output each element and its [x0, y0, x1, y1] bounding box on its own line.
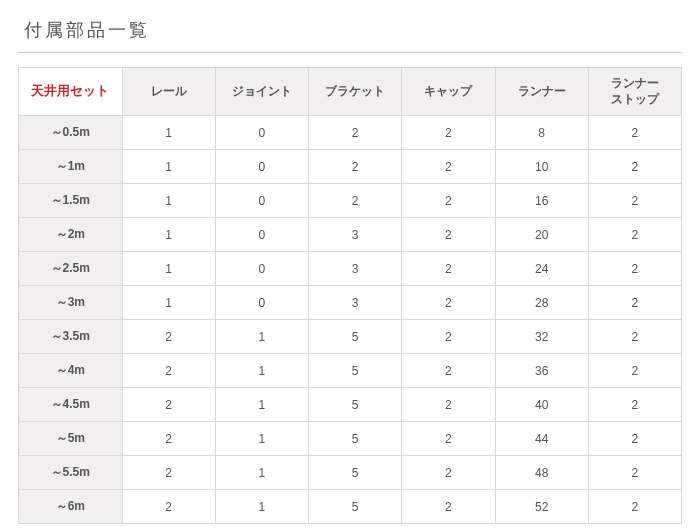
page-title: 付属部品一覧: [18, 18, 682, 52]
table-cell: 2: [122, 490, 215, 524]
col-header: ジョイント: [215, 68, 308, 116]
table-cell: 2: [402, 320, 495, 354]
table-cell: 1: [122, 218, 215, 252]
table-cell: 2: [402, 286, 495, 320]
row-header: ～6m: [19, 490, 123, 524]
table-row: ～2.5m1032242: [19, 252, 682, 286]
table-cell: 2: [402, 150, 495, 184]
table-row: ～4m2152362: [19, 354, 682, 388]
row-header: ～5.5m: [19, 456, 123, 490]
table-cell: 2: [122, 388, 215, 422]
table-cell: 2: [588, 354, 681, 388]
table-cell: 3: [309, 218, 402, 252]
table-cell: 32: [495, 320, 588, 354]
col-header: キャップ: [402, 68, 495, 116]
table-cell: 2: [588, 252, 681, 286]
table-cell: 2: [122, 354, 215, 388]
table-cell: 48: [495, 456, 588, 490]
table-cell: 5: [309, 490, 402, 524]
table-cell: 0: [215, 286, 308, 320]
table-row: ～3.5m2152322: [19, 320, 682, 354]
table-row: ～1m1022102: [19, 150, 682, 184]
table-cell: 1: [215, 456, 308, 490]
table-cell: 1: [122, 286, 215, 320]
table-cell: 2: [402, 422, 495, 456]
table-cell: 1: [215, 388, 308, 422]
row-header: ～4.5m: [19, 388, 123, 422]
table-cell: 2: [309, 116, 402, 150]
table-cell: 2: [588, 388, 681, 422]
table-cell: 2: [402, 490, 495, 524]
table-cell: 36: [495, 354, 588, 388]
table-cell: 1: [122, 116, 215, 150]
table-cell: 2: [588, 456, 681, 490]
table-cell: 10: [495, 150, 588, 184]
table-corner-cell: 天井用セット: [19, 68, 123, 116]
table-row: ～5m2152442: [19, 422, 682, 456]
table-cell: 2: [402, 184, 495, 218]
row-header: ～3m: [19, 286, 123, 320]
table-cell: 2: [402, 218, 495, 252]
table-row: ～3m1032282: [19, 286, 682, 320]
table-row: ～2m1032202: [19, 218, 682, 252]
table-cell: 5: [309, 354, 402, 388]
row-header: ～1.5m: [19, 184, 123, 218]
table-cell: 24: [495, 252, 588, 286]
table-cell: 1: [215, 320, 308, 354]
table-cell: 5: [309, 422, 402, 456]
col-header: レール: [122, 68, 215, 116]
table-cell: 2: [588, 490, 681, 524]
table-cell: 0: [215, 184, 308, 218]
table-row: ～4.5m2152402: [19, 388, 682, 422]
row-header: ～2.5m: [19, 252, 123, 286]
table-cell: 2: [122, 456, 215, 490]
table-row: ～5.5m2152482: [19, 456, 682, 490]
col-header: ブラケット: [309, 68, 402, 116]
table-cell: 1: [122, 252, 215, 286]
table-cell: 1: [122, 150, 215, 184]
row-header: ～2m: [19, 218, 123, 252]
table-cell: 5: [309, 320, 402, 354]
row-header: ～1m: [19, 150, 123, 184]
table-cell: 2: [309, 184, 402, 218]
title-rule: [18, 52, 682, 53]
table-cell: 2: [309, 150, 402, 184]
table-cell: 0: [215, 116, 308, 150]
table-cell: 2: [402, 252, 495, 286]
row-header: ～3.5m: [19, 320, 123, 354]
table-row: ～1.5m1022162: [19, 184, 682, 218]
table-cell: 0: [215, 252, 308, 286]
table-cell: 2: [588, 150, 681, 184]
table-cell: 2: [588, 286, 681, 320]
parts-table: 天井用セット レール ジョイント ブラケット キャップ ランナー ランナーストッ…: [18, 67, 682, 524]
table-cell: 8: [495, 116, 588, 150]
table-cell: 5: [309, 456, 402, 490]
table-row: ～6m2152522: [19, 490, 682, 524]
table-cell: 2: [402, 354, 495, 388]
table-cell: 1: [215, 422, 308, 456]
col-header: ランナー: [495, 68, 588, 116]
table-cell: 0: [215, 150, 308, 184]
table-cell: 40: [495, 388, 588, 422]
row-header: ～0.5m: [19, 116, 123, 150]
table-cell: 2: [588, 320, 681, 354]
table-cell: 0: [215, 218, 308, 252]
table-cell: 52: [495, 490, 588, 524]
table-cell: 2: [402, 116, 495, 150]
table-cell: 3: [309, 286, 402, 320]
row-header: ～4m: [19, 354, 123, 388]
table-cell: 16: [495, 184, 588, 218]
table-cell: 2: [122, 422, 215, 456]
table-cell: 1: [122, 184, 215, 218]
table-cell: 2: [588, 218, 681, 252]
table-cell: 44: [495, 422, 588, 456]
table-cell: 28: [495, 286, 588, 320]
table-cell: 2: [588, 422, 681, 456]
table-row: ～0.5m102282: [19, 116, 682, 150]
table-cell: 2: [588, 184, 681, 218]
table-cell: 1: [215, 490, 308, 524]
table-cell: 5: [309, 388, 402, 422]
table-cell: 1: [215, 354, 308, 388]
table-cell: 3: [309, 252, 402, 286]
col-header: ランナーストップ: [588, 68, 681, 116]
